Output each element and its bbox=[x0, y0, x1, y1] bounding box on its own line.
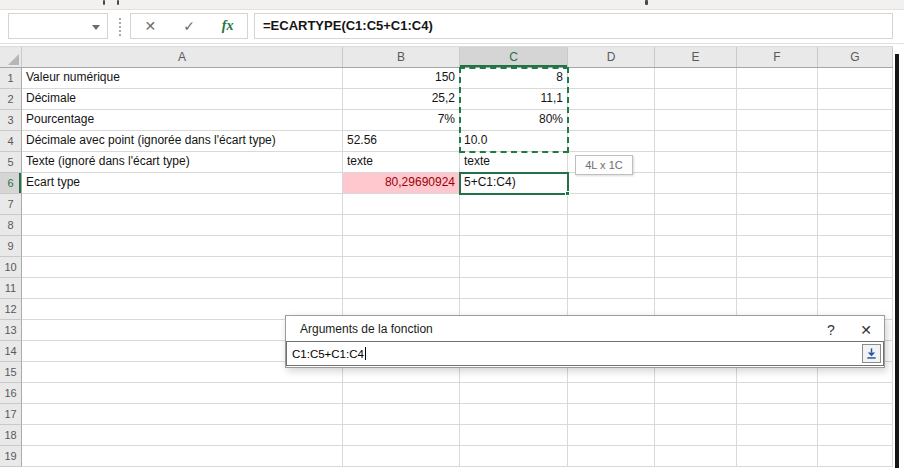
cell-A7[interactable] bbox=[22, 194, 343, 215]
cell-D16[interactable] bbox=[568, 383, 655, 404]
cell-E8[interactable] bbox=[655, 215, 737, 236]
cell-F9[interactable] bbox=[737, 236, 818, 257]
cell-E19[interactable] bbox=[655, 446, 737, 467]
cell-F17[interactable] bbox=[737, 404, 818, 425]
cell-D8[interactable] bbox=[568, 215, 655, 236]
cell-D11[interactable] bbox=[568, 278, 655, 299]
cell-D2[interactable] bbox=[568, 89, 655, 110]
cell-F6[interactable] bbox=[737, 173, 818, 194]
row-header-2[interactable]: 2 bbox=[0, 89, 22, 110]
row-header-19[interactable]: 19 bbox=[0, 446, 22, 467]
cell-D3[interactable] bbox=[568, 110, 655, 131]
cell-E1[interactable] bbox=[655, 68, 737, 89]
cell-F8[interactable] bbox=[737, 215, 818, 236]
cell-B4[interactable]: 52.56 bbox=[343, 131, 460, 152]
cell-C10[interactable] bbox=[460, 257, 568, 278]
cell-G1[interactable] bbox=[818, 68, 893, 89]
cell-C11[interactable] bbox=[460, 278, 568, 299]
cell-F2[interactable] bbox=[737, 89, 818, 110]
cell-E2[interactable] bbox=[655, 89, 737, 110]
cell-A5[interactable]: Texte (ignoré dans l'écart type) bbox=[22, 152, 343, 173]
cell-E9[interactable] bbox=[655, 236, 737, 257]
cell-E4[interactable] bbox=[655, 131, 737, 152]
row-header-8[interactable]: 8 bbox=[0, 215, 22, 236]
cell-E17[interactable] bbox=[655, 404, 737, 425]
cell-C16[interactable] bbox=[460, 383, 568, 404]
row-header-11[interactable]: 11 bbox=[0, 278, 22, 299]
cell-D1[interactable] bbox=[568, 68, 655, 89]
row-header-4[interactable]: 4 bbox=[0, 131, 22, 152]
cell-B1[interactable]: 150 bbox=[343, 68, 460, 89]
cell-B6[interactable]: 80,29690924 bbox=[343, 173, 460, 194]
row-header-9[interactable]: 9 bbox=[0, 236, 22, 257]
cell-C17[interactable] bbox=[460, 404, 568, 425]
cell-G2[interactable] bbox=[818, 89, 893, 110]
cell-G18[interactable] bbox=[818, 425, 893, 446]
cell-F7[interactable] bbox=[737, 194, 818, 215]
cell-C4[interactable]: 10.0 bbox=[460, 131, 568, 152]
cell-A18[interactable] bbox=[22, 425, 343, 446]
help-button[interactable]: ? bbox=[820, 320, 842, 340]
cell-A10[interactable] bbox=[22, 257, 343, 278]
cell-A3[interactable]: Pourcentage bbox=[22, 110, 343, 131]
cell-F5[interactable] bbox=[737, 152, 818, 173]
row-header-7[interactable]: 7 bbox=[0, 194, 22, 215]
cell-E6[interactable] bbox=[655, 173, 737, 194]
cell-G17[interactable] bbox=[818, 404, 893, 425]
cell-C5[interactable]: texte bbox=[460, 152, 568, 173]
cell-C3[interactable]: 80% bbox=[460, 110, 568, 131]
row-header-10[interactable]: 10 bbox=[0, 257, 22, 278]
cell-B2[interactable]: 25,2 bbox=[343, 89, 460, 110]
cell-G9[interactable] bbox=[818, 236, 893, 257]
cell-D4[interactable] bbox=[568, 131, 655, 152]
cell-A9[interactable] bbox=[22, 236, 343, 257]
cell-A17[interactable] bbox=[22, 404, 343, 425]
row-header-3[interactable]: 3 bbox=[0, 110, 22, 131]
cell-F16[interactable] bbox=[737, 383, 818, 404]
cell-A1[interactable]: Valeur numérique bbox=[22, 68, 343, 89]
cell-A19[interactable] bbox=[22, 446, 343, 467]
row-header-6[interactable]: 6 bbox=[0, 173, 22, 194]
cell-C19[interactable] bbox=[460, 446, 568, 467]
cell-F3[interactable] bbox=[737, 110, 818, 131]
collapse-dialog-button[interactable] bbox=[862, 344, 881, 363]
cell-G8[interactable] bbox=[818, 215, 893, 236]
cell-A8[interactable] bbox=[22, 215, 343, 236]
cell-B16[interactable] bbox=[343, 383, 460, 404]
cell-G19[interactable] bbox=[818, 446, 893, 467]
name-box-dropdown-icon[interactable] bbox=[92, 25, 100, 30]
enter-icon[interactable]: ✓ bbox=[183, 18, 195, 34]
cell-A11[interactable] bbox=[22, 278, 343, 299]
cell-G5[interactable] bbox=[818, 152, 893, 173]
column-header-g[interactable]: G bbox=[818, 47, 893, 67]
cell-B3[interactable]: 7% bbox=[343, 110, 460, 131]
cell-B11[interactable] bbox=[343, 278, 460, 299]
cell-G3[interactable] bbox=[818, 110, 893, 131]
cell-C8[interactable] bbox=[460, 215, 568, 236]
row-header-14[interactable]: 14 bbox=[0, 341, 22, 362]
cell-A4[interactable]: Décimale avec point (ignorée dans l'écar… bbox=[22, 131, 343, 152]
column-header-c[interactable]: C bbox=[460, 47, 568, 67]
dialog-title-bar[interactable]: Arguments de la fonction ? ✕ bbox=[286, 316, 884, 342]
cell-C18[interactable] bbox=[460, 425, 568, 446]
insert-function-icon[interactable]: fx bbox=[222, 18, 234, 34]
cell-C2[interactable]: 11,1 bbox=[460, 89, 568, 110]
row-header-5[interactable]: 5 bbox=[0, 152, 22, 173]
cell-C1[interactable]: 8 bbox=[460, 68, 568, 89]
cell-F10[interactable] bbox=[737, 257, 818, 278]
cell-B5[interactable]: texte bbox=[343, 152, 460, 173]
cell-F4[interactable] bbox=[737, 131, 818, 152]
row-header-15[interactable]: 15 bbox=[0, 362, 22, 383]
cell-C7[interactable] bbox=[460, 194, 568, 215]
cell-G4[interactable] bbox=[818, 131, 893, 152]
cell-F11[interactable] bbox=[737, 278, 818, 299]
cell-D6[interactable] bbox=[568, 173, 655, 194]
cell-B18[interactable] bbox=[343, 425, 460, 446]
cell-D7[interactable] bbox=[568, 194, 655, 215]
cell-A2[interactable]: Décimale bbox=[22, 89, 343, 110]
column-header-f[interactable]: F bbox=[737, 47, 818, 67]
cell-D17[interactable] bbox=[568, 404, 655, 425]
row-header-13[interactable]: 13 bbox=[0, 320, 22, 341]
column-header-b[interactable]: B bbox=[343, 47, 460, 67]
formula-input[interactable]: =ECARTYPE(C1:C5+C1:C4) bbox=[254, 13, 893, 39]
